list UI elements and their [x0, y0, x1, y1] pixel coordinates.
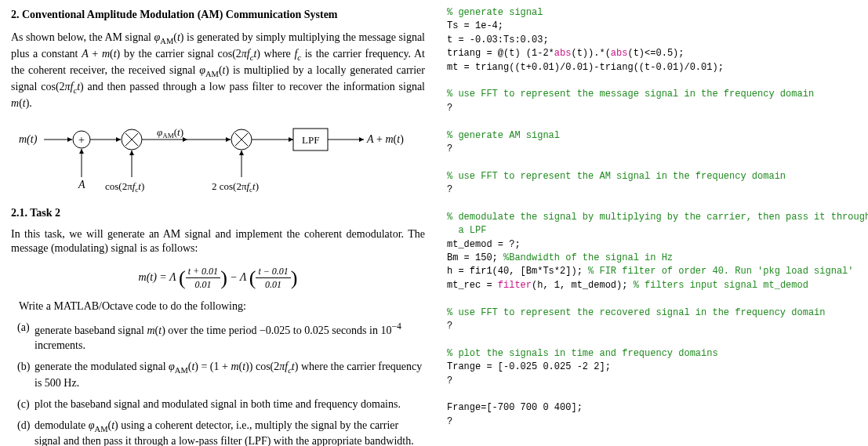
eq-mid: − Λ	[230, 271, 249, 283]
equation: m(t) = Λ (t + 0.010.01) − Λ (t − 0.010.0…	[11, 264, 425, 292]
svg-marker-7	[116, 137, 121, 142]
block-diagram: m(t) + A cos(2πfct) φAM(t)	[11, 122, 425, 197]
svg-marker-23	[289, 137, 293, 142]
list-item-d: (d) demodulate φAM(t) using a coherent d…	[17, 419, 425, 447]
diagram-label-A: A	[78, 179, 85, 190]
task-list: (a) generate baseband signal m(t) over t…	[17, 321, 425, 446]
write-instruction: Write a MATLAB/Octave code to do the fol…	[19, 299, 425, 314]
list-item-b: (b) generate the modulated signal φAM(t)…	[17, 360, 425, 391]
svg-marker-16	[226, 137, 231, 142]
task-paragraph: In this task, we will generate an AM sig…	[11, 227, 425, 257]
eq-lhs: m(t) = Λ	[139, 271, 180, 283]
intro-paragraph: As shown below, the AM signal φAM(t) is …	[11, 31, 425, 111]
diagram-label-mt: m(t)	[19, 133, 38, 146]
document-left-column: 2. Conventional Amplitude Modulation (AM…	[0, 0, 439, 446]
svg-marker-12	[129, 150, 134, 155]
svg-marker-21	[239, 150, 244, 155]
code-block: % generate signal Ts = 1e-4; t = -0.03:T…	[439, 0, 868, 446]
svg-marker-1	[67, 137, 72, 142]
svg-marker-5	[79, 149, 84, 154]
svg-text:+: +	[78, 134, 85, 146]
diagram-label-lpf: LPF	[302, 134, 319, 146]
list-item-a: (a) generate baseband signal m(t) over t…	[17, 321, 425, 353]
diagram-label-out: A + m(t)	[366, 133, 404, 146]
diagram-label-cos2: 2 cos(2πfct)	[212, 180, 259, 194]
diagram-label-cos1: cos(2πfct)	[105, 180, 144, 194]
section-heading: 2. Conventional Amplitude Modulation (AM…	[11, 8, 425, 23]
task-heading: 2.1. Task 2	[11, 206, 425, 221]
diagram-label-phi: φAM(t)	[157, 126, 183, 140]
list-item-c: (c) plot the baseband signal and modulat…	[17, 397, 425, 412]
svg-marker-26	[359, 137, 364, 142]
